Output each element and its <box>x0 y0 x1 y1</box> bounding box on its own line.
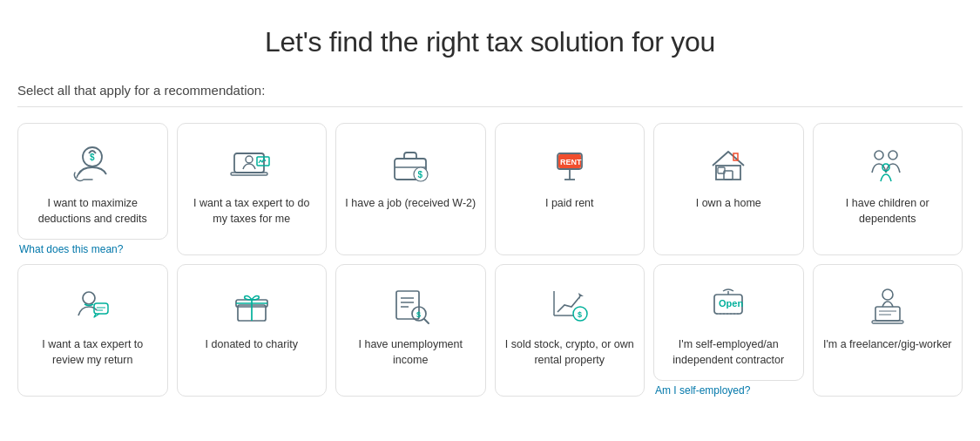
house-icon <box>702 139 754 187</box>
svg-rect-33 <box>872 321 903 323</box>
card-self-employed[interactable]: Open I'm self-employed/an independent co… <box>653 264 804 381</box>
svg-point-16 <box>875 151 883 159</box>
card-stock-crypto-label: I sold stock, crypto, or own rental prop… <box>504 337 636 368</box>
card-maximize-deductions[interactable]: $ I want to maximize deductions and cred… <box>17 123 168 240</box>
subtitle: Select all that apply for a recommendati… <box>17 83 963 98</box>
page-title: Let's find the right tax solution for yo… <box>17 26 963 58</box>
row2-grid: I want a tax expert to review my return <box>17 264 963 397</box>
svg-rect-20 <box>94 303 108 314</box>
svg-point-17 <box>889 151 897 159</box>
svg-point-4 <box>246 156 253 163</box>
document-magnify-icon: $ <box>384 281 436 329</box>
chart-dollar-icon: $ <box>544 281 596 329</box>
money-bag-icon: $ <box>66 139 118 187</box>
svg-text:$: $ <box>418 170 423 180</box>
card-donated-charity-label: I donated to charity <box>206 337 298 353</box>
family-icon <box>862 139 914 187</box>
card-maximize-deductions-label: I want to maximize deductions and credit… <box>27 196 159 227</box>
card-children-dependents[interactable]: I have children or dependents <box>813 123 963 255</box>
what-does-this-mean-link[interactable]: What does this mean? <box>17 243 123 255</box>
svg-rect-3 <box>231 173 267 175</box>
card-own-home[interactable]: I own a home <box>653 123 804 255</box>
card-unemployment[interactable]: $ I have unemployment income <box>335 264 486 397</box>
row1-grid: $ I want to maximize deductions and cred… <box>17 123 963 255</box>
card-stock-crypto[interactable]: $ I sold stock, crypto, or own rental pr… <box>495 264 645 397</box>
card-unemployment-label: I have unemployment income <box>345 337 476 368</box>
divider <box>17 106 963 107</box>
page-container: Let's find the right tax solution for yo… <box>0 0 980 414</box>
svg-rect-32 <box>875 307 900 321</box>
svg-text:RENT: RENT <box>560 158 582 166</box>
gift-icon <box>226 281 278 329</box>
svg-point-31 <box>882 289 893 300</box>
card-paid-rent-label: I paid rent <box>545 196 594 212</box>
card-donated-charity[interactable]: I donated to charity <box>177 264 328 397</box>
card-freelancer-label: I'm a freelancer/gig-worker <box>823 337 952 353</box>
card-freelancer[interactable]: I'm a freelancer/gig-worker <box>813 264 963 397</box>
svg-text:Open: Open <box>719 298 743 309</box>
svg-text:$: $ <box>90 153 95 162</box>
svg-text:$: $ <box>416 310 421 319</box>
open-sign-icon: Open <box>702 281 754 329</box>
briefcase-dollar-icon: $ <box>384 139 436 187</box>
card-tax-expert-do[interactable]: I want a tax expert to do my taxes for m… <box>177 123 328 255</box>
card-own-home-label: I own a home <box>696 196 761 212</box>
card-expert-review[interactable]: I want a tax expert to review my return <box>17 264 168 397</box>
person-laptop-icon <box>862 281 914 329</box>
card-paid-rent[interactable]: RENT I paid rent <box>495 123 645 255</box>
card-children-dependents-label: I have children or dependents <box>822 196 954 227</box>
card-tax-expert-do-label: I want a tax expert to do my taxes for m… <box>186 196 318 227</box>
card-job-w2-label: I have a job (received W-2) <box>345 196 476 212</box>
card-self-employed-label: I'm self-employed/an independent contrac… <box>663 337 794 368</box>
rent-sign-icon: RENT <box>544 139 596 187</box>
person-chat-icon <box>66 281 118 329</box>
svg-rect-15 <box>733 153 738 160</box>
card-expert-review-label: I want a tax expert to review my return <box>27 337 159 368</box>
am-i-self-employed-link[interactable]: Am I self-employed? <box>653 384 750 397</box>
svg-text:$: $ <box>578 310 582 319</box>
svg-point-19 <box>83 292 95 304</box>
card-job-w2[interactable]: $ I have a job (received W-2) <box>335 123 486 255</box>
laptop-person-icon <box>226 139 278 187</box>
